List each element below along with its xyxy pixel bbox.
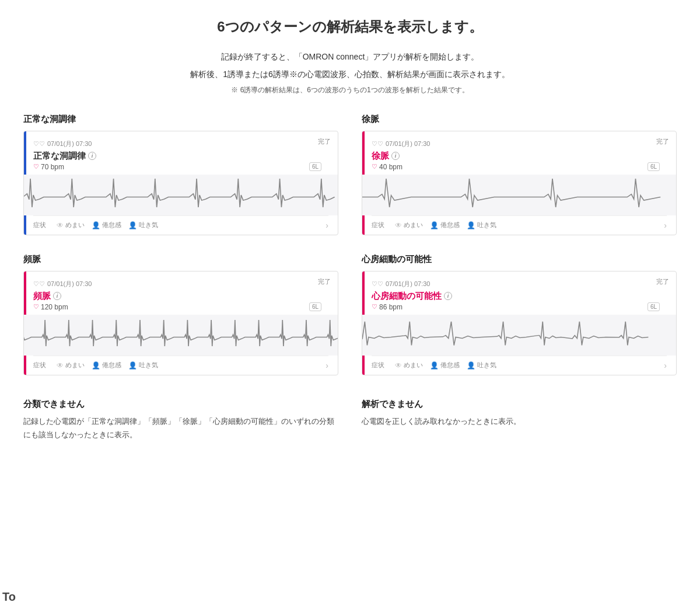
bpm-badge-afib: 6L — [648, 302, 660, 311]
bottom-title-unanalyzable: 解析できません — [362, 399, 677, 410]
card-date-normal: ♡♡ 07/01(月) 07:30 — [33, 140, 328, 148]
cards-grid: 正常な洞調律 完了 ♡♡ 07/01(月) 07:30 正常な洞調律 i ♡ — [23, 114, 677, 375]
heart-icon-afib: ♡ — [372, 303, 377, 311]
symptom-bradycardia-1: 👤 倦怠感 — [430, 221, 460, 229]
ecg-icon-tachycardia: ♡♡ — [33, 280, 45, 288]
card-afib[interactable]: 完了 ♡♡ 07/01(月) 07:30 心房細動の可能性 i ♡ 86 bpm… — [362, 271, 677, 375]
card-symptoms-container-afib: 症状 👁 めまい 👤 倦怠感 — [362, 356, 676, 375]
symptom-icon-tachycardia-1: 👤 — [92, 361, 100, 370]
symptom-tachycardia-1: 👤 倦怠感 — [92, 361, 121, 370]
card-diagnosis-afib: 心房細動の可能性 i — [372, 291, 667, 302]
symptom-tachycardia-2: 👤 吐き気 — [128, 361, 158, 370]
card-inner-normal: 完了 ♡♡ 07/01(月) 07:30 正常な洞調律 i ♡ 70 bpm 6… — [24, 131, 338, 171]
card-diagnosis-bradycardia: 徐脈 i — [372, 151, 667, 162]
bottom-text-unclassified: 記録した心電図が「正常な洞調律」「頻脈」「徐脈」「心房細動の可能性」のいずれの分… — [23, 415, 338, 442]
symptom-icon-normal-1: 👤 — [92, 221, 100, 229]
symptoms-label-normal: 症状 — [33, 221, 50, 229]
symptom-tachycardia-0: 👁 めまい — [57, 361, 85, 370]
card-section-normal: 正常な洞調律 完了 ♡♡ 07/01(月) 07:30 正常な洞調律 i ♡ — [23, 114, 338, 235]
symptoms-row-afib[interactable]: 症状 👁 めまい 👤 倦怠感 — [372, 356, 667, 375]
section-title-bradycardia: 徐脈 — [362, 114, 677, 125]
section-title-normal: 正常な洞調律 — [23, 114, 338, 125]
bottom-section-unanalyzable: 解析できません 心電図を正しく読み取れなかったときに表示。 — [362, 399, 677, 442]
note-text: ※ 6誘導の解析結果は、6つの波形のうちの1つの波形を解析した結果です。 — [23, 85, 677, 95]
symptom-bradycardia-2: 👤 吐き気 — [467, 221, 496, 229]
symptoms-row-tachycardia[interactable]: 症状 👁 めまい 👤 倦怠感 — [33, 356, 328, 375]
info-icon-bradycardia[interactable]: i — [391, 152, 400, 160]
card-status-afib: 完了 — [656, 277, 669, 286]
card-inner-afib: 完了 ♡♡ 07/01(月) 07:30 心房細動の可能性 i ♡ 86 bpm… — [362, 271, 676, 311]
page-title: 6つのパターンの解析結果を表示します。 — [23, 18, 677, 36]
bottom-text-unanalyzable: 心電図を正しく読み取れなかったときに表示。 — [362, 415, 677, 428]
card-date-bradycardia: ♡♡ 07/01(月) 07:30 — [372, 140, 667, 148]
section-title-tachycardia: 頻脈 — [23, 254, 338, 265]
bpm-badge-tachycardia: 6L — [309, 302, 321, 311]
ecg-area-bradycardia — [362, 175, 677, 215]
card-diagnosis-normal: 正常な洞調律 i — [33, 151, 328, 162]
intro-line1: 記録が終了すると、「OMRON connect」アプリが解析を開始します。 — [23, 50, 677, 64]
card-normal[interactable]: 完了 ♡♡ 07/01(月) 07:30 正常な洞調律 i ♡ 70 bpm 6… — [23, 131, 338, 235]
bottom-section-unclassified: 分類できません 記録した心電図が「正常な洞調律」「頻脈」「徐脈」「心房細動の可能… — [23, 399, 338, 442]
intro-line2: 解析後、1誘導または6誘導※の心電図波形、心拍数、解析結果が画面に表示されます。 — [23, 68, 677, 82]
info-icon-normal[interactable]: i — [88, 152, 96, 160]
bpm-badge-bradycardia: 6L — [648, 162, 660, 171]
card-status-tachycardia: 完了 — [318, 277, 331, 286]
symptom-icon-normal-2: 👤 — [128, 221, 137, 229]
symptoms-row-bradycardia[interactable]: 症状 👁 めまい 👤 倦怠感 — [372, 215, 667, 235]
info-icon-afib[interactable]: i — [444, 292, 452, 300]
card-bpm-bradycardia: ♡ 40 bpm 6L — [372, 163, 667, 171]
symptom-icon-bradycardia-2: 👤 — [467, 221, 475, 229]
card-date-afib: ♡♡ 07/01(月) 07:30 — [372, 280, 667, 288]
symptoms-row-normal[interactable]: 症状 👁 めまい 👤 倦怠感 — [33, 215, 328, 235]
symptom-afib-0: 👁 めまい — [395, 361, 423, 370]
ecg-icon-bradycardia: ♡♡ — [372, 140, 383, 148]
symptoms-arrow-tachycardia[interactable]: › — [326, 361, 328, 370]
card-bpm-afib: ♡ 86 bpm 6L — [372, 303, 667, 311]
symptom-icon-normal-0: 👁 — [57, 221, 64, 229]
card-bradycardia[interactable]: 完了 ♡♡ 07/01(月) 07:30 徐脈 i ♡ 40 bpm 6L — [362, 131, 677, 235]
heart-icon-tachycardia: ♡ — [33, 303, 39, 311]
bpm-badge-normal: 6L — [309, 162, 321, 171]
ecg-area-afib — [362, 315, 677, 356]
card-status-normal: 完了 — [318, 137, 331, 146]
card-section-tachycardia: 頻脈 完了 ♡♡ 07/01(月) 07:30 頻脈 i ♡ 120 bpm — [23, 254, 338, 375]
ecg-icon-normal: ♡♡ — [33, 140, 45, 148]
symptom-normal-0: 👁 めまい — [57, 221, 85, 229]
card-diagnosis-tachycardia: 頻脈 i — [33, 291, 328, 302]
heart-icon-normal: ♡ — [33, 163, 39, 170]
card-inner-tachycardia: 完了 ♡♡ 07/01(月) 07:30 頻脈 i ♡ 120 bpm 6L — [24, 271, 338, 311]
symptom-icon-afib-2: 👤 — [467, 361, 475, 370]
symptom-afib-1: 👤 倦怠感 — [430, 361, 460, 370]
card-inner-bradycardia: 完了 ♡♡ 07/01(月) 07:30 徐脈 i ♡ 40 bpm 6L — [362, 131, 676, 171]
symptoms-label-afib: 症状 — [372, 361, 388, 370]
ecg-area-normal — [23, 175, 338, 215]
symptom-icon-afib-0: 👁 — [395, 361, 402, 370]
section-title-afib: 心房細動の可能性 — [362, 254, 677, 265]
card-section-bradycardia: 徐脈 完了 ♡♡ 07/01(月) 07:30 徐脈 i ♡ 40 bpm — [362, 114, 677, 235]
heart-icon-bradycardia: ♡ — [372, 163, 377, 170]
ecg-area-tachycardia — [23, 315, 338, 356]
ecg-icon-afib: ♡♡ — [372, 280, 383, 288]
card-symptoms-container-bradycardia: 症状 👁 めまい 👤 倦怠感 — [362, 215, 676, 235]
symptom-icon-afib-1: 👤 — [430, 361, 439, 370]
symptom-icon-bradycardia-1: 👤 — [430, 221, 439, 229]
card-bpm-normal: ♡ 70 bpm 6L — [33, 163, 328, 171]
symptom-afib-2: 👤 吐き気 — [467, 361, 496, 370]
card-bpm-tachycardia: ♡ 120 bpm 6L — [33, 303, 328, 311]
symptoms-label-bradycardia: 症状 — [372, 221, 388, 229]
symptoms-label-tachycardia: 症状 — [33, 361, 50, 370]
symptoms-arrow-afib[interactable]: › — [664, 361, 667, 370]
symptom-normal-1: 👤 倦怠感 — [92, 221, 121, 229]
bottom-grid: 分類できません 記録した心電図が「正常な洞調律」「頻脈」「徐脈」「心房細動の可能… — [23, 399, 677, 442]
card-status-bradycardia: 完了 — [656, 137, 669, 146]
symptoms-arrow-normal[interactable]: › — [326, 221, 328, 230]
symptom-normal-2: 👤 吐き気 — [128, 221, 158, 229]
card-symptoms-container-tachycardia: 症状 👁 めまい 👤 倦怠感 — [24, 356, 338, 375]
info-icon-tachycardia[interactable]: i — [53, 292, 61, 300]
symptom-icon-tachycardia-2: 👤 — [128, 361, 137, 370]
symptoms-arrow-bradycardia[interactable]: › — [664, 221, 667, 230]
card-date-tachycardia: ♡♡ 07/01(月) 07:30 — [33, 280, 328, 288]
bottom-title-unclassified: 分類できません — [23, 399, 338, 410]
symptom-icon-bradycardia-0: 👁 — [395, 221, 402, 229]
card-tachycardia[interactable]: 完了 ♡♡ 07/01(月) 07:30 頻脈 i ♡ 120 bpm 6L — [23, 271, 338, 375]
